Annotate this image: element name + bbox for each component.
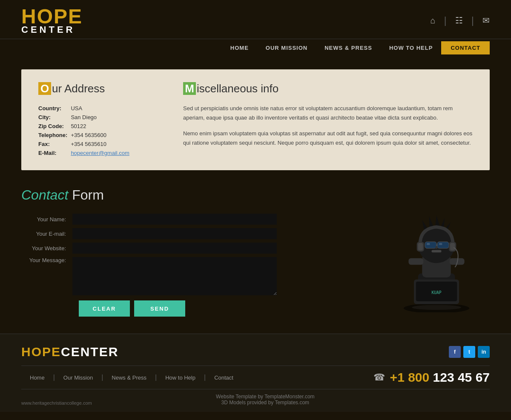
facebook-button[interactable]: f [449, 346, 461, 358]
logo-center: CENTER [21, 25, 83, 34]
tel-value: +354 5635600 [71, 131, 132, 140]
footer-top: HOPECENTER f t in [21, 345, 490, 359]
footer-nav-links: Home | Our Mission | News & Press | How … [21, 374, 242, 381]
misc-column: Miscellaneous info Sed ut perspiciatis u… [183, 82, 473, 157]
robot-svg: KUAP [390, 197, 483, 312]
clear-button[interactable]: CLEAR [79, 300, 130, 317]
phone-icon: ☎ [373, 372, 385, 383]
address-zip-row: Zip Code: 50122 [38, 122, 133, 131]
footer: HOPECENTER f t in Home | Our Mission | N… [0, 334, 511, 412]
svg-rect-19 [427, 243, 430, 245]
divider-2: | [471, 14, 474, 26]
site-url: www.heritagechristiancollege.com [21, 400, 92, 406]
email-value[interactable]: hopecenter@gmail.com [71, 149, 132, 157]
country-label: Country: [38, 104, 71, 113]
svg-rect-17 [437, 242, 449, 248]
zip-label: Zip Code: [38, 122, 71, 131]
svg-marker-12 [429, 216, 434, 227]
robot-illustration: KUAP [383, 187, 490, 317]
footer-bottom: www.heritagechristiancollege.com Website… [21, 394, 490, 406]
address-city-row: City: San Diego [38, 113, 133, 122]
footer-nav-news-press[interactable]: News & Press [103, 374, 155, 381]
contact-form-title: Contact Form [21, 187, 366, 203]
svg-marker-13 [435, 215, 440, 226]
address-column: Our Address Country: USA City: San Diego… [38, 82, 158, 157]
footer-social: f t in [449, 346, 490, 358]
website-label: Your Website: [21, 245, 72, 251]
main-content: Our Address Country: USA City: San Diego… [0, 69, 511, 334]
fax-label: Fax: [38, 140, 71, 149]
cart-icon[interactable]: ☷ [455, 15, 463, 26]
email-label: Your E-mail: [21, 231, 72, 237]
send-button[interactable]: SEND [134, 300, 185, 317]
svg-rect-20 [439, 243, 442, 245]
zip-value: 50122 [71, 122, 132, 131]
svg-text:KUAP: KUAP [431, 290, 441, 295]
footer-nav-our-mission[interactable]: Our Mission [55, 374, 101, 381]
email-label: E-Mail: [38, 149, 71, 157]
message-label: Your Message: [21, 257, 72, 263]
svg-point-27 [412, 305, 461, 310]
address-title-letter: O [38, 82, 51, 95]
nav-our-mission[interactable]: OUR MISSION [257, 41, 316, 54]
divider-1: | [444, 14, 447, 26]
nav-contact[interactable]: CONTACT [441, 41, 490, 54]
footer-logo-hope: HOPE [21, 345, 61, 359]
contact-section: Contact Form Your Name: Your E-mail: You… [21, 179, 490, 334]
name-input[interactable] [72, 214, 277, 225]
tel-label: Telephone: [38, 131, 71, 140]
twitter-button[interactable]: t [463, 346, 475, 358]
city-label: City: [38, 113, 71, 122]
home-icon[interactable]: ⌂ [430, 16, 435, 26]
footer-nav-contact[interactable]: Contact [206, 374, 242, 381]
linkedin-button[interactable]: in [478, 346, 490, 358]
form-buttons: CLEAR SEND [79, 300, 366, 317]
credits-line-1: Website Template by TemplateMonster.com [92, 394, 439, 400]
footer-nav-home[interactable]: Home [21, 374, 53, 381]
address-table: Country: USA City: San Diego Zip Code: 5… [38, 104, 133, 157]
phone-gold-part: +1 800 [390, 370, 430, 384]
address-fax-row: Fax: +354 5635610 [38, 140, 133, 149]
svg-rect-23 [418, 243, 423, 250]
footer-credits: Website Template by TemplateMonster.com … [92, 394, 439, 406]
fax-value: +354 5635610 [71, 140, 132, 149]
svg-rect-16 [425, 242, 436, 248]
address-tel-row: Telephone: +354 5635600 [38, 131, 133, 140]
message-textarea[interactable] [72, 257, 277, 295]
logo-hope: HOPE [21, 6, 83, 27]
name-row: Your Name: [21, 214, 366, 225]
contact-title-rest: Form [68, 187, 104, 203]
footer-nav-phone: Home | Our Mission | News & Press | How … [21, 366, 490, 389]
info-section: Our Address Country: USA City: San Diego… [21, 69, 490, 170]
misc-title-letter: M [183, 82, 196, 95]
message-row: Your Message: [21, 257, 366, 295]
svg-rect-24 [450, 243, 455, 250]
misc-paragraph-2: Nemo enim ipsam voluptatem quia voluptas… [183, 129, 473, 148]
mail-icon[interactable]: ✉ [482, 15, 490, 26]
website-input[interactable] [72, 243, 277, 254]
logo[interactable]: HOPE CENTER [21, 6, 83, 34]
contact-title-colored: Contact [21, 187, 68, 203]
city-value: San Diego [71, 113, 132, 122]
footer-logo: HOPECENTER [21, 345, 118, 359]
address-country-row: Country: USA [38, 104, 133, 113]
nav-news-press[interactable]: NEWS & PRESS [316, 41, 381, 54]
email-input[interactable] [72, 228, 277, 239]
nav-home[interactable]: HOME [222, 41, 257, 54]
name-label: Your Name: [21, 216, 72, 223]
website-row: Your Website: [21, 243, 366, 254]
phone-number: +1 800 123 45 67 [390, 370, 490, 385]
navigation: HOME OUR MISSION NEWS & PRESS HOW TO HEL… [0, 39, 511, 61]
address-title: Our Address [38, 82, 158, 95]
misc-paragraph-1: Sed ut perspiciatis unde omnis iste natu… [183, 104, 473, 123]
svg-point-26 [435, 246, 438, 249]
form-area: Contact Form Your Name: Your E-mail: You… [21, 187, 366, 317]
footer-nav-how-to-help[interactable]: How to Help [157, 374, 204, 381]
credits-line-2: 3D Models provided by Templates.com [92, 400, 439, 406]
nav-how-to-help[interactable]: HOW TO HELP [381, 41, 441, 54]
header: HOPE CENTER ⌂ | ☷ | ✉ [0, 0, 511, 39]
footer-logo-center: CENTER [61, 345, 118, 359]
address-email-row: E-Mail: hopecenter@gmail.com [38, 149, 133, 157]
header-icons: ⌂ | ☷ | ✉ [430, 14, 490, 26]
svg-rect-8 [408, 258, 423, 265]
